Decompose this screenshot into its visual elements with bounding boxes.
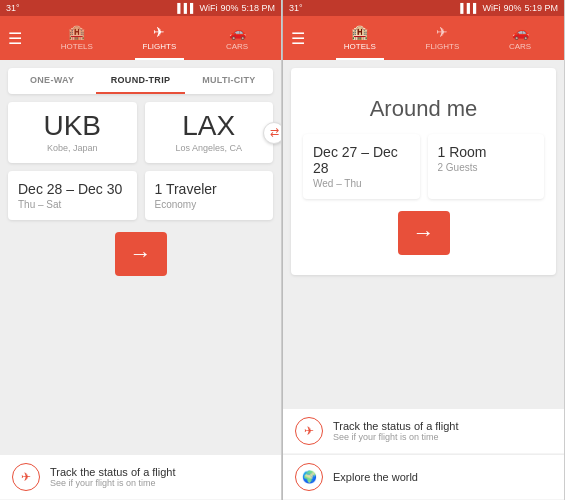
left-flight-status-icon: ✈ <box>12 463 40 491</box>
left-hamburger-button[interactable]: ☰ <box>8 29 32 48</box>
right-flight-status-main: Track the status of a flight <box>333 420 459 432</box>
trip-type-bar: ONE-WAY ROUND-TRIP MULTI-CITY <box>8 68 273 94</box>
right-hotels-icon: 🏨 <box>351 24 368 40</box>
round-trip-tab[interactable]: ROUND-TRIP <box>96 68 184 94</box>
right-hamburger-button[interactable]: ☰ <box>291 29 315 48</box>
left-hotels-label: HOTELS <box>61 42 93 51</box>
right-search-arrow: → <box>413 220 435 246</box>
left-status-bar: 31° ▌▌▌ WiFi 90% 5:18 PM <box>0 0 281 16</box>
right-dates-card[interactable]: Dec 27 – Dec 28 Wed – Thu <box>303 134 420 199</box>
left-tab-flights[interactable]: ✈ FLIGHTS <box>135 16 185 60</box>
right-explore-main: Explore the world <box>333 471 418 483</box>
hotels-icon: 🏨 <box>68 24 85 40</box>
left-flight-status-main: Track the status of a flight <box>50 466 176 478</box>
right-dates-sub: Wed – Thu <box>313 178 410 189</box>
right-battery: 90% <box>503 3 521 13</box>
right-time: 5:19 PM <box>524 3 558 13</box>
left-nav-tabs: 🏨 HOTELS ✈ FLIGHTS 🚗 CARS <box>36 16 273 60</box>
right-flights-label: FLIGHTS <box>426 42 460 51</box>
left-top-nav: ☰ 🏨 HOTELS ✈ FLIGHTS 🚗 CARS <box>0 16 281 60</box>
right-signal: ▌▌▌ <box>460 3 479 13</box>
left-flights-label: FLIGHTS <box>143 42 177 51</box>
left-track-flight[interactable]: ✈ Track the status of a flight See if yo… <box>0 454 281 499</box>
right-cars-label: CARS <box>509 42 531 51</box>
left-temp: 31° <box>6 3 20 13</box>
right-tab-flights[interactable]: ✈ FLIGHTS <box>418 16 468 60</box>
right-explore-text: Explore the world <box>333 471 418 483</box>
right-date-room-row: Dec 27 – Dec 28 Wed – Thu 1 Room 2 Guest… <box>303 134 544 199</box>
left-tab-cars[interactable]: 🚗 CARS <box>218 16 256 60</box>
right-track-flight[interactable]: ✈ Track the status of a flight See if yo… <box>283 408 564 453</box>
origin-name: Kobe, Japan <box>47 143 98 153</box>
traveler-main: 1 Traveler <box>155 181 264 197</box>
left-flight-status-text: Track the status of a flight See if your… <box>50 466 176 488</box>
origin-dest-row: UKB Kobe, Japan ⇄ LAX Los Angeles, CA <box>8 102 273 163</box>
left-search-button[interactable]: → <box>115 232 167 276</box>
destination-name: Los Angeles, CA <box>175 143 242 153</box>
left-panel: 31° ▌▌▌ WiFi 90% 5:18 PM ☰ 🏨 HOTELS ✈ FL… <box>0 0 282 500</box>
traveler-card[interactable]: 1 Traveler Economy <box>145 171 274 220</box>
flights-icon: ✈ <box>153 24 165 40</box>
left-flight-status-sub: See if your flight is on time <box>50 478 176 488</box>
swap-button[interactable]: ⇄ <box>263 122 281 144</box>
right-explore-icon: 🌍 <box>295 463 323 491</box>
dates-main: Dec 28 – Dec 30 <box>18 181 127 197</box>
cars-icon-left: 🚗 <box>229 24 246 40</box>
right-explore-world[interactable]: 🌍 Explore the world <box>283 454 564 499</box>
right-cars-icon: 🚗 <box>512 24 529 40</box>
right-flights-icon: ✈ <box>436 24 448 40</box>
date-traveler-row: Dec 28 – Dec 30 Thu – Sat 1 Traveler Eco… <box>8 171 273 220</box>
multi-city-tab[interactable]: MULTI-CITY <box>185 68 273 94</box>
left-tab-hotels[interactable]: 🏨 HOTELS <box>53 16 101 60</box>
left-search-arrow: → <box>130 241 152 267</box>
one-way-tab[interactable]: ONE-WAY <box>8 68 96 94</box>
right-status-icons: ▌▌▌ WiFi 90% 5:19 PM <box>460 3 558 13</box>
right-tab-cars[interactable]: 🚗 CARS <box>501 16 539 60</box>
traveler-sub: Economy <box>155 199 264 210</box>
left-panel-content: ONE-WAY ROUND-TRIP MULTI-CITY UKB Kobe, … <box>0 60 281 454</box>
dates-card[interactable]: Dec 28 – Dec 30 Thu – Sat <box>8 171 137 220</box>
left-signal: ▌▌▌ <box>177 3 196 13</box>
dates-sub: Thu – Sat <box>18 199 127 210</box>
right-temp: 31° <box>289 3 303 13</box>
right-wifi-icon: WiFi <box>482 3 500 13</box>
right-search-button[interactable]: → <box>398 211 450 255</box>
left-cars-label: CARS <box>226 42 248 51</box>
destination-code: LAX <box>182 112 235 140</box>
origin-card[interactable]: UKB Kobe, Japan <box>8 102 137 163</box>
right-panel: 31° ▌▌▌ WiFi 90% 5:19 PM ☰ 🏨 HOTELS ✈ FL… <box>283 0 565 500</box>
right-status-bar: 31° ▌▌▌ WiFi 90% 5:19 PM <box>283 0 564 16</box>
right-top-nav: ☰ 🏨 HOTELS ✈ FLIGHTS 🚗 CARS <box>283 16 564 60</box>
right-flight-status-text: Track the status of a flight See if your… <box>333 420 459 442</box>
left-time: 5:18 PM <box>241 3 275 13</box>
right-flight-status-sub: See if your flight is on time <box>333 432 459 442</box>
right-flight-status-icon: ✈ <box>295 417 323 445</box>
right-dates-main: Dec 27 – Dec 28 <box>313 144 410 176</box>
right-room-main: 1 Room <box>438 144 535 160</box>
left-wifi-icon: WiFi <box>199 3 217 13</box>
origin-code: UKB <box>43 112 101 140</box>
left-battery: 90% <box>220 3 238 13</box>
destination-card[interactable]: LAX Los Angeles, CA <box>145 102 274 163</box>
right-room-card[interactable]: 1 Room 2 Guests <box>428 134 545 199</box>
left-status-icons: ▌▌▌ WiFi 90% 5:18 PM <box>177 3 275 13</box>
right-hotels-label: HOTELS <box>344 42 376 51</box>
right-panel-content: Around me Dec 27 – Dec 28 Wed – Thu 1 Ro… <box>283 60 564 408</box>
right-room-sub: 2 Guests <box>438 162 535 173</box>
right-nav-tabs: 🏨 HOTELS ✈ FLIGHTS 🚗 CARS <box>319 16 556 60</box>
around-me-title: Around me <box>303 80 544 134</box>
around-me-card[interactable]: Around me Dec 27 – Dec 28 Wed – Thu 1 Ro… <box>291 68 556 275</box>
right-tab-hotels[interactable]: 🏨 HOTELS <box>336 16 384 60</box>
